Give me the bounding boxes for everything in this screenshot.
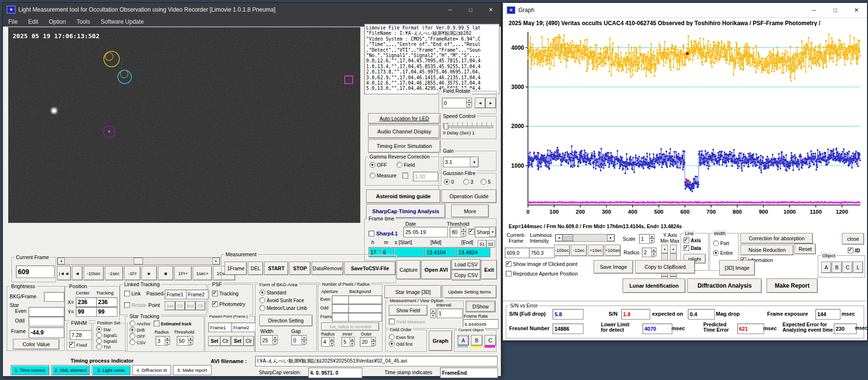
interval-spinner[interactable]: ▲▼ [430,308,436,318]
close-icon[interactable]: ✕ [481,3,501,16]
y-tracking-field[interactable]: 99 [96,307,117,317]
sn-expected-field[interactable]: 0.4 [688,309,715,320]
sn-frame-exposure-field[interactable]: 144 [815,309,840,320]
psf-photometry-checkbox[interactable]: Photometry [212,301,245,307]
standard-radio[interactable]: Standard [259,290,286,296]
start-button[interactable]: START [264,262,288,275]
step-back-button[interactable]: ◄ [72,266,83,280]
gc-plus-1sec-button[interactable]: +1Sec [588,245,604,256]
linked-clr1-button[interactable]: Clr [175,301,185,310]
gc-close-button[interactable]: close [842,233,864,245]
odd-first-radio[interactable]: Odd first [389,341,413,347]
file-format-textbox[interactable]: Limovie File Format (for Ver.0.9.99.5 la… [364,24,499,94]
sn-fresnel-field[interactable]: 14886 [553,323,583,334]
color-value-button[interactable]: Color Value [13,339,59,350]
np-radius-spinner[interactable]: ▲▼ [329,337,334,346]
gc-minus-1sec-button[interactable]: -1Sec [571,245,587,256]
capture-button[interactable]: Capture [397,260,421,279]
gamma-value-field[interactable]: 1.00 [413,172,438,181]
more-button[interactable]: More [451,205,489,218]
avoid-sunlit-radio[interactable]: Avoid Sunlit Face [259,297,304,304]
gc-object-c-button[interactable]: C [842,262,853,273]
gc-scroll-thumb[interactable] [563,234,573,241]
open-avi-button[interactable]: Open AVI [421,260,451,279]
gc-radius-spinner[interactable]: ▲▼ [651,248,656,256]
data-remove-button[interactable]: DataRemove [312,262,343,275]
minus-1sec-button[interactable]: -1sec [105,266,123,280]
psf-tracking-checkbox[interactable]: Tracking [212,291,239,296]
audio-channel-display-button[interactable]: Audio Channel Display [368,125,441,138]
sn-predicted-field[interactable]: 621 [737,323,764,334]
s1-tab[interactable]: S1 [478,240,486,248]
plus-1sec-button[interactable]: 1sec+ [193,266,212,280]
gc-object-b-button[interactable]: B [832,262,842,273]
threshold-spinner[interactable]: ▲▼ [461,227,466,236]
star-image-3d-button[interactable]: Star Image [3D] [384,285,441,298]
gc-reproduce-checkbox[interactable]: Reproduce Aperture Position [506,271,578,277]
bkg-width-spinner[interactable]: ▲▼ [272,335,278,344]
timing-error-simulation-button[interactable]: Timing Error Simulation [368,139,441,153]
menu-file[interactable]: File [3,18,23,25]
drift-radio[interactable]: Drift [129,327,145,333]
time-stamp-field[interactable]: FrameEnd [440,367,498,378]
gc-show-image-checkbox[interactable]: Show Image of Clicked point [506,261,577,267]
current-frame-field[interactable]: 609 [16,265,55,278]
field-rotate-right-button[interactable]: ► [485,98,496,108]
gc-plus-10sec-button[interactable]: +10Sec [605,245,621,256]
gaussian-5-radio[interactable]: 5 [481,179,491,185]
np-odd-background-field[interactable] [348,304,382,313]
graph-minimize-icon[interactable]: ─ [803,3,825,17]
gc-id-checkbox[interactable]: ID [848,248,860,253]
date-field[interactable]: 25 05 19 [403,227,448,237]
bkg-frame-field[interactable] [44,292,64,302]
speed-slider-thumb[interactable] [444,123,448,130]
fwhm-field[interactable]: 7.28 [70,330,92,340]
gc-axis-checkbox[interactable]: Axis [683,237,701,244]
gc-minus-10sec-button[interactable]: -10Sec [554,245,570,256]
scrollbar-left-icon[interactable]: ◄ [57,258,65,264]
gc-scrollbar[interactable]: ◄ ► [555,234,615,242]
csv-radio[interactable]: CSV [129,339,146,346]
gc-correction-button[interactable]: Correction for absorption [740,233,813,244]
gc-scroll-right-icon[interactable]: ► [607,234,614,241]
x-tracking-field[interactable]: 236 [96,297,117,307]
off-radio[interactable]: OFF [129,333,145,339]
gamma-off-radio[interactable]: OFF [370,162,387,168]
gamma-measure-radio[interactable]: Measure [370,173,397,178]
video-frame[interactable]: 2025 05 19 17:06:13:502 [8,27,360,223]
position-set-tivi-radio[interactable]: TIVi [96,344,111,350]
gc-reset-button[interactable]: Reset [795,244,816,254]
menu-edit[interactable]: Edit [23,18,43,25]
gc-object-a-button[interactable]: A [821,262,831,273]
scrollbar-thumb[interactable] [134,258,143,264]
pp-clr2-button[interactable]: Clr [243,336,254,346]
asteroid-timing-guide-button[interactable]: Asteroid timing guide [366,190,441,203]
graph-close-icon[interactable]: ✕ [846,3,867,17]
dshow-button[interactable]: DShow [466,301,496,312]
meteor-limb-radio[interactable]: Meteor/Lunar Limb [259,305,307,311]
sharp-combo-dropdown-icon[interactable]: ▼ [489,227,496,237]
play-button[interactable]: ► [142,266,157,280]
gc-3d-image-button[interactable]: [3D] Image [719,260,755,276]
menu-software-update[interactable]: Software Update [95,18,149,25]
show-field-button[interactable]: Show Field [389,305,427,316]
stop-button[interactable]: STOP [289,262,311,275]
rotate-checkbox[interactable]: Rotate [124,302,146,308]
sn-exp-error-field[interactable]: 230 [834,323,857,334]
minimize-icon[interactable]: ─ [440,3,460,16]
gc-scale-spinner[interactable]: ▲▼ [649,234,655,243]
stop-button[interactable]: ■ [158,266,173,280]
set-radius-button[interactable]: Set_radius to recorded [321,322,379,331]
s2-tab[interactable]: S2 [486,240,495,248]
gc-current-frame-field[interactable]: 609.0 [505,248,531,258]
star-odd-field[interactable] [28,317,64,326]
gc-diffraction-analysis-button[interactable]: Diffraction Analysis [687,278,762,293]
current-object-c-button[interactable]: C [484,335,496,346]
np-frame-background-field[interactable] [348,313,382,322]
graph-titlebar[interactable]: ★ Graph ─ □ ✕ [503,3,867,18]
linked-set1-button[interactable]: Set [165,301,175,310]
maximize-icon[interactable]: □ [460,3,481,16]
menu-option[interactable]: Option [43,18,71,25]
light-curve-plot[interactable]: 1000200030004000010020030040050060070080… [504,28,865,222]
gc-copy-clipboard-button[interactable]: Copy to ClipBoard [635,260,695,274]
